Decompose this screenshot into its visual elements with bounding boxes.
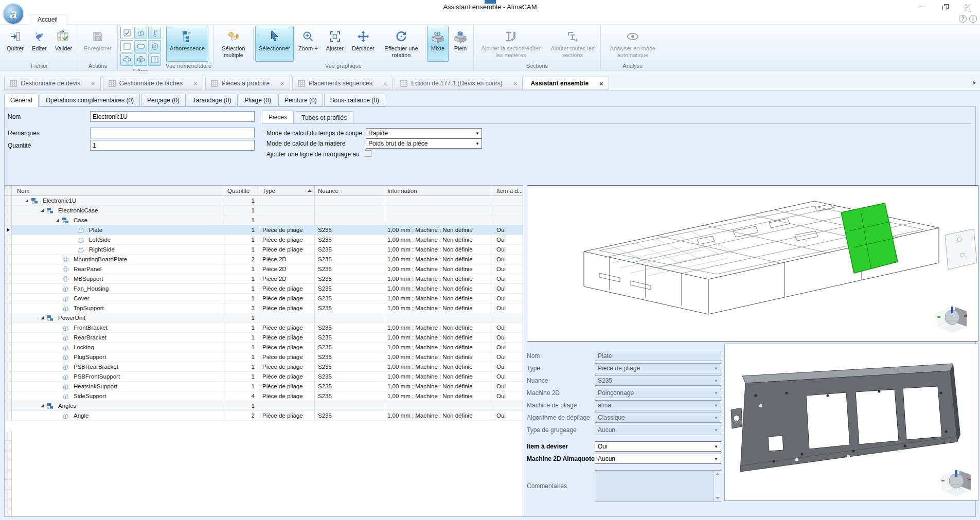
ajuster-button[interactable]: Ajuster: [323, 26, 347, 62]
property-control[interactable]: [595, 470, 721, 502]
subtab[interactable]: Général: [4, 94, 39, 107]
ajouter-toutes-sections-button[interactable]: Ajouter toutes les sections: [547, 26, 598, 62]
deplacer-button[interactable]: Déplacer: [348, 26, 378, 62]
subtab[interactable]: Peinture (0): [278, 94, 323, 106]
table-row[interactable]: RearBracket 1 Pièce de pliage S235 1,00 …: [5, 333, 523, 343]
table-row[interactable]: PowerUnit 1: [5, 313, 523, 323]
restore-button[interactable]: [934, 0, 957, 14]
assembly-3d-viewport[interactable]: [527, 185, 978, 342]
ribbon-tab-accueil[interactable]: Accueil: [29, 14, 66, 25]
close-tab-icon[interactable]: ×: [186, 80, 198, 87]
minimize-button[interactable]: [911, 0, 934, 14]
document-tab[interactable]: Pièces à produire ×: [205, 77, 290, 90]
checkbox-checked-filter-button[interactable]: [120, 27, 133, 39]
plein-button[interactable]: Plein: [450, 26, 471, 62]
table-row[interactable]: Case 1: [5, 216, 523, 225]
subtab[interactable]: Taraudage (0): [187, 94, 238, 106]
pieces-tab[interactable]: Pièces: [262, 111, 294, 123]
rotation-button[interactable]: Effectuer une rotation: [379, 26, 423, 62]
document-tab[interactable]: Placements séquencés ×: [292, 77, 393, 90]
table-row[interactable]: TopSupport 3 Pièce de pliage S235 1,00 m…: [5, 303, 523, 313]
zoom-plus-button[interactable]: Zoom +: [295, 26, 322, 62]
column-header-quantite[interactable]: Quantité: [223, 186, 259, 195]
table-row[interactable]: Fan_Housing 1 Pièce de pliage S235 1,00 …: [5, 284, 523, 294]
pieces-tab[interactable]: Tubes et profilés: [295, 111, 353, 123]
property-control[interactable]: alma ▼: [595, 400, 721, 410]
info-icon[interactable]: i: [969, 15, 977, 23]
expander-icon[interactable]: [54, 219, 61, 222]
property-control[interactable]: S235 ▼: [595, 375, 721, 386]
property-control[interactable]: Aucun ▼: [595, 454, 721, 464]
expander-icon[interactable]: [39, 404, 46, 407]
editer-button[interactable]: Editer: [28, 26, 50, 62]
document-tab[interactable]: Gestionnaire de tâches ×: [103, 77, 203, 90]
table-row[interactable]: LeftSide 1 Pièce de pliage S235 1,00 mm …: [5, 235, 523, 245]
view-cube[interactable]: [937, 307, 967, 333]
table-row[interactable]: Plate 1 Pièce de pliage S235 1,00 mm ; M…: [5, 225, 523, 235]
scroll-up-icon[interactable]: [716, 473, 720, 475]
column-header-information[interactable]: Information: [384, 186, 493, 195]
expander-icon[interactable]: [39, 316, 46, 319]
mixte-button[interactable]: Mixte: [427, 26, 449, 62]
subtab[interactable]: Perçage (0): [141, 94, 186, 106]
folded-part-filter-button[interactable]: [134, 27, 147, 39]
valider-button[interactable]: Valider: [51, 26, 76, 62]
analyser-button[interactable]: Analyser en mode automatique: [603, 26, 663, 62]
part-3d-viewport[interactable]: [724, 344, 978, 501]
shield-filter-button[interactable]: [148, 40, 161, 52]
marquage-checkbox[interactable]: [365, 150, 371, 157]
selection-multiple-button[interactable]: Sélection multiple: [216, 26, 252, 62]
table-row[interactable]: Locking 1 Pièce de pliage S235 1,00 mm ;…: [5, 343, 523, 352]
question-filter-button[interactable]: ?: [148, 53, 161, 66]
table-row[interactable]: PSBFrontSupport 1 Pièce de pliage S235 1…: [5, 372, 523, 382]
table-row[interactable]: MBSupport 1 Pièce 2D S235 1,00 mm ; Mach…: [5, 274, 523, 284]
table-row[interactable]: RearPanel 1 Pièce 2D S235 1,00 mm ; Mach…: [5, 264, 523, 274]
table-row[interactable]: PlugSupport 1 Pièce de pliage S235 1,00 …: [5, 352, 523, 362]
column-header-item[interactable]: Item à d...: [493, 186, 523, 195]
close-tab-icon[interactable]: ×: [376, 80, 387, 87]
view-cube[interactable]: [941, 470, 971, 496]
table-row[interactable]: Angles 1: [5, 401, 523, 411]
table-row[interactable]: FrontBracket 1 Pièce de pliage S235 1,00…: [5, 323, 523, 333]
table-row[interactable]: RightSide 1 Pièce de pliage S235 1,00 mm…: [5, 245, 523, 255]
enregistrer-button[interactable]: Enregistrer: [80, 26, 115, 62]
table-row[interactable]: MountingBoardPlate 2 Pièce 2D S235 1,00 …: [5, 255, 523, 264]
property-control[interactable]: Plate: [595, 351, 721, 361]
cross-cost-filter-button[interactable]: $: [134, 53, 147, 66]
subtab[interactable]: Pliage (0): [239, 94, 277, 106]
column-header-nom[interactable]: Nom: [12, 186, 223, 195]
cross-part-filter-button[interactable]: [120, 53, 133, 66]
column-header-nuance[interactable]: Nuance: [315, 186, 384, 195]
ajouter-section-button[interactable]: Ajouter la section/éditer les matières: [476, 26, 546, 62]
table-row[interactable]: Cover 1 Pièce de pliage S235 1,00 mm ; M…: [5, 294, 523, 303]
property-control[interactable]: Classique ▼: [595, 413, 721, 423]
column-header-type[interactable]: Type: [259, 186, 315, 195]
document-tab[interactable]: Edition de 177.1 (Devis en cours) ×: [395, 77, 523, 90]
table-row[interactable]: Electronic1U 1: [5, 196, 523, 206]
checkbox-empty-filter-button[interactable]: [120, 40, 133, 52]
property-control[interactable]: Poinçonnage ▼: [595, 388, 721, 398]
close-button[interactable]: [957, 0, 980, 14]
document-tab[interactable]: Assistant ensemble ×: [525, 77, 609, 90]
quitter-button[interactable]: Quitter: [3, 26, 27, 62]
app-logo[interactable]: a: [3, 3, 24, 25]
nom-input[interactable]: [90, 111, 255, 122]
table-row[interactable]: ElectronicCase 1: [5, 206, 523, 216]
temps-coupe-select[interactable]: Rapide▼: [366, 128, 482, 138]
table-row[interactable]: SideSupport 4 Pièce de pliage S235 1,00 …: [5, 391, 523, 401]
table-row[interactable]: HeatsinkSupport 1 Pièce de pliage S235 1…: [5, 382, 523, 391]
matiere-select[interactable]: Poids brut de la pièce▼: [366, 138, 482, 149]
property-control[interactable]: Oui ▼: [595, 441, 721, 452]
subtab[interactable]: Sous-traitance (0): [324, 94, 385, 106]
expander-icon[interactable]: [39, 209, 46, 212]
pin-filter-button[interactable]: [148, 27, 161, 39]
selectionner-button[interactable]: Sélectionner: [255, 26, 294, 62]
quantite-input[interactable]: [90, 140, 255, 151]
table-row[interactable]: Angle 2 Pièce de pliage S235 1,00 mm ; M…: [5, 411, 523, 421]
document-tab[interactable]: Gestionnaire de devis ×: [4, 77, 101, 90]
property-control[interactable]: Aucun ▼: [595, 425, 721, 435]
subtab[interactable]: Opérations complémentaires (0): [40, 94, 140, 106]
close-tab-icon[interactable]: ×: [592, 80, 603, 87]
remarques-input[interactable]: [90, 128, 255, 138]
close-tab-icon[interactable]: ×: [84, 80, 95, 87]
